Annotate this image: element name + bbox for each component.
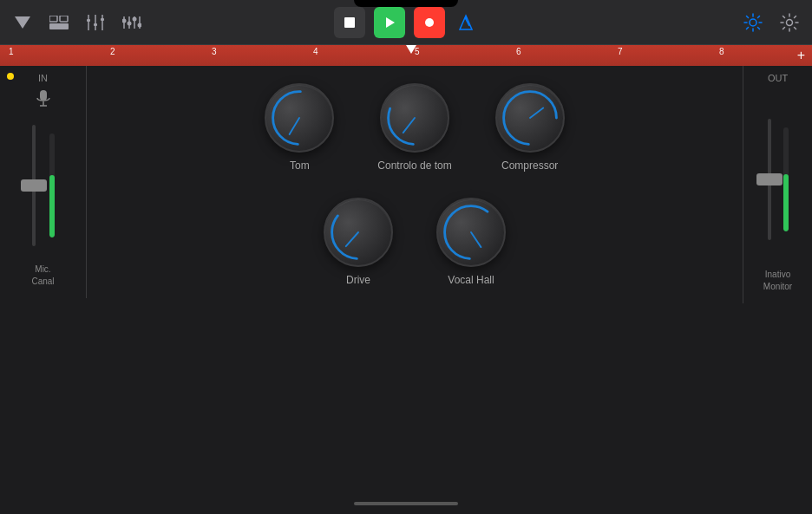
svg-rect-0: [49, 16, 57, 22]
in-label: IN: [38, 73, 48, 83]
tracks-view-button[interactable]: [47, 10, 71, 35]
input-fader-container: [3, 107, 82, 264]
output-fader-track[interactable]: [768, 119, 771, 240]
notch: [354, 0, 458, 7]
output-level-meter: [783, 127, 789, 231]
out-label: OUT: [768, 73, 788, 83]
compressor-label: Compressor: [501, 159, 558, 172]
playhead[interactable]: [406, 45, 416, 54]
controlo-de-tom-knob-item: Controlo de tom: [377, 83, 451, 172]
knobs-bottom-row: Drive Vocal Hall: [324, 198, 506, 286]
controlo-de-tom-label: Controlo de tom: [377, 159, 451, 172]
svg-line-39: [403, 118, 415, 133]
stop-button[interactable]: [334, 7, 365, 38]
channel-labels: Mic. Canal: [31, 264, 54, 291]
input-level-meter: [49, 133, 55, 237]
play-button[interactable]: [374, 7, 405, 38]
mic-icon-area: [36, 90, 50, 107]
svg-point-13: [122, 18, 127, 23]
effects-panel: Tom Controlo de tom: [87, 66, 743, 303]
tom-knob-item: Tom: [265, 83, 334, 172]
ruler-mark-5: 5: [413, 47, 514, 56]
vocal-hall-label: Vocal Hall: [448, 274, 494, 286]
mixer-button[interactable]: [83, 10, 108, 35]
input-fader-thumb[interactable]: [21, 179, 47, 192]
brightness-button[interactable]: [741, 10, 765, 35]
ruler-mark-1: 1: [7, 47, 108, 56]
svg-rect-7: [94, 23, 97, 26]
svg-line-31: [747, 27, 749, 29]
output-channel-panel: OUT Inativo Monitor: [743, 66, 812, 303]
svg-line-30: [758, 16, 760, 17]
record-button[interactable]: [414, 7, 445, 38]
output-fader-area: [768, 90, 789, 269]
input-fader-track[interactable]: [32, 125, 36, 246]
drive-knob[interactable]: [324, 198, 393, 267]
inactive-label: Inativo: [765, 269, 790, 281]
svg-rect-8: [101, 18, 104, 21]
ruler-mark-2: 2: [108, 47, 210, 56]
svg-point-22: [465, 16, 468, 19]
compressor-knob-item: Compressor: [495, 83, 565, 172]
output-fader-thumb[interactable]: [756, 173, 783, 185]
eq-button[interactable]: [120, 10, 144, 35]
active-indicator: [7, 73, 14, 80]
svg-marker-18: [386, 17, 395, 28]
add-track-button[interactable]: +: [797, 48, 805, 63]
channel-label: Canal: [31, 276, 54, 288]
svg-line-28: [747, 16, 749, 17]
svg-rect-33: [40, 90, 47, 101]
input-channel-panel: IN M: [0, 66, 87, 298]
vocal-hall-knob[interactable]: [436, 198, 506, 267]
svg-rect-1: [60, 16, 68, 22]
metronome-button[interactable]: [454, 10, 478, 35]
vocal-hall-knob-item: Vocal Hall: [436, 198, 506, 286]
ruler-mark-3: 3: [210, 47, 311, 56]
tom-knob[interactable]: [265, 83, 334, 153]
svg-point-16: [138, 23, 142, 27]
input-level-fill: [49, 175, 55, 237]
knobs-top-row: Tom Controlo de tom: [265, 83, 564, 172]
svg-rect-6: [87, 19, 90, 22]
toolbar-left: [10, 10, 144, 35]
svg-line-29: [758, 27, 760, 29]
mic-label: Mic.: [35, 264, 50, 276]
svg-point-23: [750, 19, 756, 26]
ruler-mark-4: 4: [311, 47, 413, 56]
svg-rect-17: [344, 17, 355, 28]
transport-controls: [334, 7, 478, 38]
svg-point-14: [128, 21, 132, 25]
settings-button[interactable]: [777, 10, 802, 35]
controlo-de-tom-knob[interactable]: [380, 83, 449, 153]
compressor-knob[interactable]: [495, 83, 565, 153]
output-level-fill: [783, 174, 789, 231]
dropdown-button[interactable]: [10, 10, 35, 35]
svg-line-37: [290, 118, 299, 134]
output-labels: Inativo Monitor: [763, 269, 792, 296]
phone-frame: 1 2 3 4 5 6 7 8 + IN: [0, 0, 812, 514]
ruler-mark-7: 7: [616, 47, 717, 56]
svg-point-32: [787, 19, 793, 25]
svg-line-45: [471, 232, 481, 247]
ruler-mark-6: 6: [514, 47, 616, 56]
toolbar-right: [741, 10, 802, 35]
svg-line-43: [346, 232, 358, 246]
svg-line-41: [530, 108, 543, 118]
main-content: IN M: [0, 66, 812, 303]
drive-label: Drive: [346, 274, 370, 286]
tom-label: Tom: [290, 159, 310, 172]
microphone-icon: [36, 90, 50, 107]
drive-knob-item: Drive: [324, 198, 393, 286]
monitor-label: Monitor: [763, 281, 792, 293]
svg-point-15: [133, 16, 137, 21]
timeline-ruler[interactable]: 1 2 3 4 5 6 7 8 +: [0, 45, 812, 66]
home-indicator: [354, 502, 458, 505]
svg-rect-2: [49, 23, 69, 29]
svg-point-19: [425, 18, 434, 27]
